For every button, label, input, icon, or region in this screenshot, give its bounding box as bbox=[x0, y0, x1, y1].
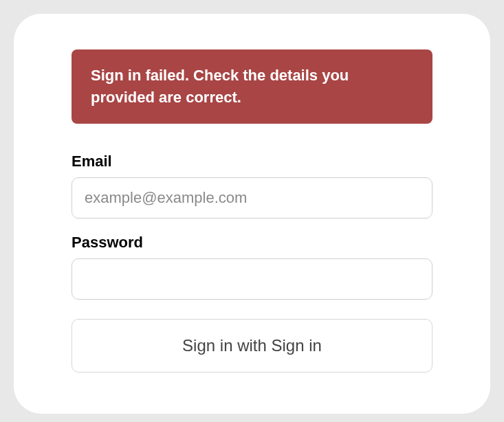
email-label: Email bbox=[72, 153, 432, 170]
email-field[interactable] bbox=[72, 177, 432, 219]
error-message: Sign in failed. Check the details you pr… bbox=[91, 67, 349, 106]
password-field[interactable] bbox=[72, 258, 432, 300]
error-alert: Sign in failed. Check the details you pr… bbox=[72, 49, 432, 124]
password-label: Password bbox=[72, 234, 432, 252]
signin-card: Sign in failed. Check the details you pr… bbox=[14, 14, 490, 414]
password-group: Password bbox=[72, 234, 432, 300]
signin-button[interactable]: Sign in with Sign in bbox=[72, 319, 432, 373]
email-group: Email bbox=[72, 153, 432, 219]
